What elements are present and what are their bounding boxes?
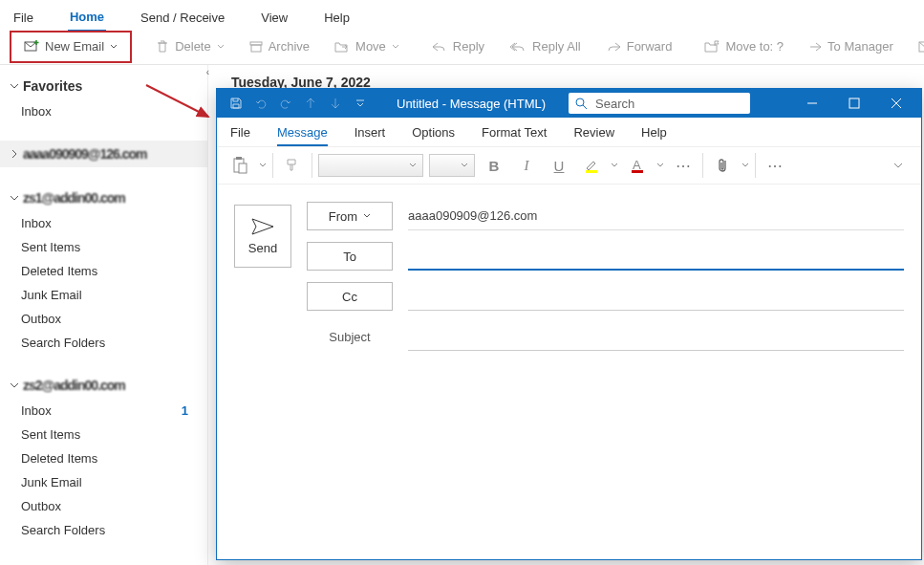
paperclip-icon	[716, 157, 729, 174]
maximize-button[interactable]	[833, 89, 875, 118]
font-color-icon: A	[630, 158, 645, 173]
menu-file[interactable]: File	[11, 7, 35, 31]
save-icon	[229, 97, 243, 110]
main-menu-bar: File Home Send / Receive View Help	[0, 0, 924, 29]
more-commands-button[interactable]: ⋯	[762, 152, 788, 179]
archive-icon	[249, 40, 263, 54]
chevron-down-icon[interactable]	[611, 162, 618, 169]
qat-customize-button[interactable]	[349, 92, 372, 115]
acct3-sent[interactable]: Sent Items	[0, 423, 207, 446]
format-painter-button[interactable]	[279, 152, 306, 179]
subject-field[interactable]	[408, 322, 904, 351]
compose-menu-insert[interactable]: Insert	[355, 125, 386, 146]
bold-icon: B	[489, 158, 500, 174]
to-field[interactable]	[408, 242, 904, 271]
collapse-pane-icon[interactable]: ‹	[206, 67, 209, 77]
menu-view[interactable]: View	[259, 7, 290, 31]
separator	[702, 153, 703, 178]
archive-button[interactable]: Archive	[241, 34, 318, 58]
acct3-junk[interactable]: Junk Email	[0, 470, 207, 494]
account-3-label: zs2@addin00.com	[23, 378, 125, 393]
new-email-button[interactable]: New Email	[15, 34, 126, 59]
forward-button[interactable]: Forward	[597, 34, 681, 58]
acct3-inbox[interactable]: Inbox 1	[0, 399, 207, 423]
underline-button[interactable]: U	[546, 152, 572, 179]
account-1[interactable]: aaaa090909@126.com	[0, 141, 207, 167]
acct2-junk[interactable]: Junk Email	[0, 283, 207, 307]
attach-button[interactable]	[709, 152, 736, 179]
acct2-deleted[interactable]: Deleted Items	[0, 259, 207, 283]
new-email-label: New Email	[45, 39, 104, 54]
font-family-dropdown[interactable]	[318, 154, 423, 177]
move-label: Move	[355, 39, 386, 54]
acct3-deleted[interactable]: Deleted Items	[0, 446, 207, 470]
underline-icon: U	[554, 158, 565, 174]
collapse-ribbon-button[interactable]	[885, 152, 912, 179]
to-button[interactable]: To	[307, 242, 393, 271]
separator	[755, 153, 756, 178]
acct2-inbox[interactable]: Inbox	[0, 211, 207, 235]
compose-menu-options[interactable]: Options	[412, 125, 455, 146]
save-button[interactable]	[225, 92, 247, 115]
chevron-down-icon[interactable]	[259, 162, 267, 169]
ellipsis-icon: ⋯	[676, 157, 691, 175]
svg-text:A: A	[633, 158, 641, 172]
menu-help[interactable]: Help	[322, 7, 352, 31]
undo-button[interactable]	[249, 92, 272, 115]
cc-field[interactable]	[408, 282, 904, 311]
redo-icon	[279, 97, 292, 110]
account-3[interactable]: zs2@addin00.com	[0, 372, 207, 399]
highlight-color-button[interactable]	[578, 152, 605, 179]
italic-button[interactable]: I	[513, 152, 540, 179]
compose-menu-review[interactable]: Review	[573, 125, 614, 146]
compose-menu-message[interactable]: Message	[277, 125, 328, 146]
prev-item-button[interactable]	[299, 92, 322, 115]
move-to-button[interactable]: Move to: ?	[696, 34, 792, 58]
more-formatting-button[interactable]: ⋯	[670, 152, 697, 179]
compose-menu-help[interactable]: Help	[641, 125, 667, 146]
from-button[interactable]: From	[307, 202, 393, 230]
bold-button[interactable]: B	[481, 152, 507, 179]
favorites-header[interactable]: Favorites	[0, 73, 207, 99]
team-email-button[interactable]: Team	[910, 34, 924, 58]
font-color-button[interactable]: A	[624, 152, 651, 179]
menu-send-receive[interactable]: Send / Receive	[139, 7, 226, 31]
subject-label: Subject	[307, 330, 393, 344]
reply-all-button[interactable]: Reply All	[501, 34, 590, 58]
acct2-search-folders[interactable]: Search Folders	[0, 331, 207, 355]
svg-rect-6	[849, 98, 859, 108]
svg-rect-2	[251, 45, 261, 52]
acct3-outbox[interactable]: Outbox	[0, 494, 207, 518]
compose-body-editor[interactable]	[217, 389, 921, 559]
close-button[interactable]	[875, 89, 917, 118]
next-item-button[interactable]	[324, 92, 347, 115]
acct3-search-folders[interactable]: Search Folders	[0, 518, 207, 542]
reply-icon	[432, 41, 447, 53]
font-size-dropdown[interactable]	[429, 154, 475, 177]
compose-menu: File Message Insert Options Format Text …	[217, 118, 921, 146]
favorites-inbox[interactable]: Inbox	[0, 99, 207, 123]
trash-icon	[156, 40, 169, 54]
separator	[312, 153, 312, 178]
move-button[interactable]: Move	[326, 34, 408, 58]
chevron-down-icon[interactable]	[741, 162, 749, 169]
reply-button[interactable]: Reply	[423, 34, 493, 58]
to-manager-button[interactable]: To Manager	[800, 34, 902, 58]
from-field: aaaa090909@126.com	[408, 202, 904, 230]
compose-search-input[interactable]: Search	[569, 93, 750, 114]
paste-button[interactable]	[226, 152, 253, 179]
redo-button[interactable]	[274, 92, 297, 115]
cc-button[interactable]: Cc	[307, 282, 393, 311]
compose-menu-format-text[interactable]: Format Text	[482, 125, 547, 146]
minimize-button[interactable]	[791, 89, 833, 118]
chevron-right-icon	[10, 149, 19, 159]
send-button[interactable]: Send	[234, 205, 291, 268]
acct2-outbox[interactable]: Outbox	[0, 307, 207, 331]
acct2-sent[interactable]: Sent Items	[0, 235, 207, 259]
account-2[interactable]: zs1@addin00.com	[0, 185, 207, 211]
delete-button[interactable]: Delete	[147, 34, 233, 58]
compose-menu-file[interactable]: File	[230, 125, 250, 146]
menu-home[interactable]: Home	[68, 6, 106, 32]
chevron-down-icon[interactable]	[656, 162, 664, 169]
account-1-label: aaaa090909@126.com	[23, 146, 147, 162]
